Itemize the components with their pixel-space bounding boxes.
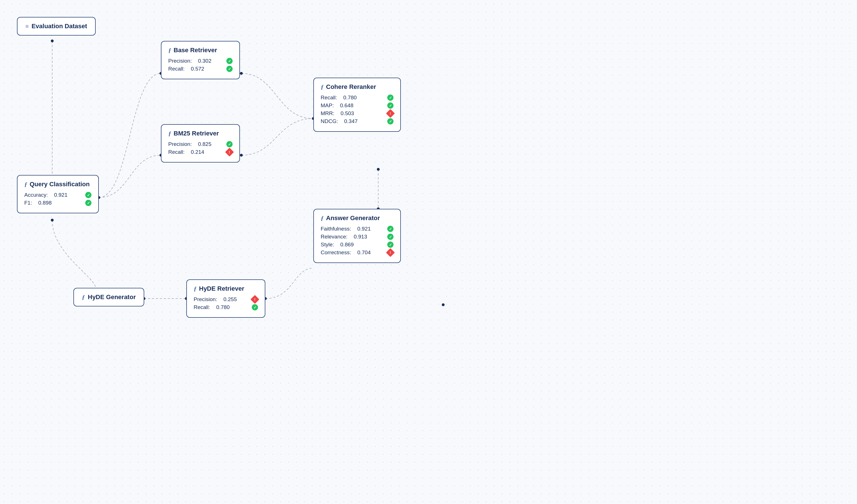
status-warn-icon xyxy=(250,295,259,304)
bm25-retriever-node[interactable]: ƒ BM25 Retriever Precision: 0.825 Recall… xyxy=(161,124,240,163)
func-icon: ƒ xyxy=(24,181,28,188)
metric-row-f1: F1: 0.898 xyxy=(24,200,91,206)
cohere-reranker-title: ƒ Cohere Reranker xyxy=(321,83,393,90)
func-icon: ƒ xyxy=(168,47,171,54)
hyde-retriever-title: ƒ HyDE Retriever xyxy=(194,285,258,292)
metric-row-ndcg: NDCG: 0.347 xyxy=(321,118,393,124)
status-warn-icon xyxy=(386,248,394,257)
answer-generator-title: ƒ Answer Generator xyxy=(321,215,393,222)
metric-row-precision: Precision: 0.302 xyxy=(168,58,233,64)
query-classification-node[interactable]: ƒ Query Classification Accuracy: 0.921 F… xyxy=(17,175,99,213)
func-icon: ƒ xyxy=(321,215,324,222)
base-retriever-node[interactable]: ƒ Base Retriever Precision: 0.302 Recall… xyxy=(161,41,240,79)
metric-row-precision: Precision: 0.255 xyxy=(194,296,258,303)
answer-generator-node[interactable]: ƒ Answer Generator Faithfulness: 0.921 R… xyxy=(313,209,401,263)
metric-row-correctness: Correctness: 0.704 xyxy=(321,250,393,256)
status-ok-icon xyxy=(387,241,393,248)
metric-row-recall: Recall: 0.214 xyxy=(168,149,233,155)
metric-row-relevance: Relevance: 0.913 xyxy=(321,234,393,240)
dataset-icon: ≡ xyxy=(26,23,29,30)
base-retriever-title: ƒ Base Retriever xyxy=(168,47,233,54)
metric-row-mrr: MRR: 0.503 xyxy=(321,110,393,117)
status-ok-icon xyxy=(226,141,233,147)
hyde-generator-node[interactable]: ƒ HyDE Generator xyxy=(73,288,144,306)
metric-row-style: Style: 0.869 xyxy=(321,241,393,248)
func-icon: ƒ xyxy=(168,130,171,137)
status-ok-icon xyxy=(387,102,393,108)
metric-row-recall: Recall: 0.572 xyxy=(168,66,233,72)
status-warn-icon xyxy=(225,148,234,156)
status-ok-icon xyxy=(85,200,91,206)
status-ok-icon xyxy=(226,66,233,72)
hyde-generator-title: HyDE Generator xyxy=(88,293,136,301)
status-warn-icon xyxy=(386,109,394,118)
status-ok-icon xyxy=(387,226,393,232)
hyde-retriever-node[interactable]: ƒ HyDE Retriever Precision: 0.255 Recall… xyxy=(186,279,265,318)
status-ok-icon xyxy=(387,234,393,240)
status-ok-icon xyxy=(226,58,233,64)
metric-row-accuracy: Accuracy: 0.921 xyxy=(24,192,91,198)
metric-row-recall: Recall: 0.780 xyxy=(194,304,258,310)
func-icon: ƒ xyxy=(321,83,324,90)
metric-row-recall: Recall: 0.780 xyxy=(321,95,393,101)
status-ok-icon xyxy=(387,118,393,124)
bm25-retriever-title: ƒ BM25 Retriever xyxy=(168,130,233,137)
status-ok-icon xyxy=(387,95,393,101)
cohere-reranker-node[interactable]: ƒ Cohere Reranker Recall: 0.780 MAP: 0.6… xyxy=(313,78,401,132)
status-ok-icon xyxy=(85,192,91,198)
metric-row-faithfulness: Faithfulness: 0.921 xyxy=(321,226,393,232)
metric-row-precision: Precision: 0.825 xyxy=(168,141,233,147)
func-icon: ƒ xyxy=(194,285,197,292)
status-ok-icon xyxy=(252,304,258,310)
func-icon: ƒ xyxy=(82,293,85,301)
evaluation-dataset-node[interactable]: ≡ Evaluation Dataset xyxy=(17,17,96,36)
query-classification-title: ƒ Query Classification xyxy=(24,181,91,188)
evaluation-dataset-title: Evaluation Dataset xyxy=(32,22,87,30)
metric-row-map: MAP: 0.648 xyxy=(321,102,393,108)
